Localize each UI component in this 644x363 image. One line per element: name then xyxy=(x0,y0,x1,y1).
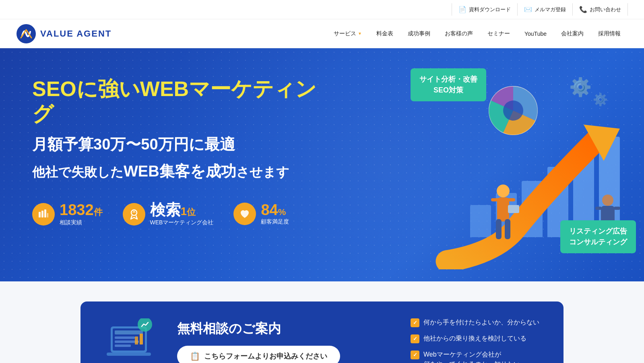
nav-item-pricing[interactable]: 料金表 xyxy=(369,30,400,37)
chevron-down-icon: ▼ xyxy=(358,31,362,36)
svg-rect-30 xyxy=(107,353,151,356)
hero-title-3-bold: WEB集客を成功 xyxy=(124,163,236,180)
check-label-2: 他社からの乗り換えを検討している xyxy=(423,334,526,343)
svg-point-9 xyxy=(497,185,510,197)
main-nav: サービス ▼ 料金表 成功事例 お客様の声 セミナー YouTube 会社案内 … xyxy=(326,30,628,37)
seo-badge: サイト分析・改善 SEO対策 xyxy=(411,68,486,101)
stat-label-ranking: WEBマーケティング会社 xyxy=(150,219,214,226)
listing-badge: リスティング広告 コンサルティング xyxy=(560,220,636,253)
nav-item-youtube[interactable]: YouTube xyxy=(517,31,554,37)
svg-rect-3 xyxy=(44,209,46,217)
svg-rect-4 xyxy=(47,213,48,217)
svg-rect-27 xyxy=(115,345,131,347)
consultation-checklist: ✓ 何から手を付けたらよいか、分からない ✓ 他社からの乗り換えを検討している … xyxy=(411,318,539,363)
contact-link[interactable]: 📞 お問い合わせ xyxy=(573,3,628,16)
stat-satisfaction: 84% 顧客満足度 xyxy=(233,202,289,226)
stat-icon-consultations xyxy=(32,203,55,226)
consultation-main: 無料相談のご案内 📋 こちらフォームよりお申込みください xyxy=(177,320,390,363)
stat-unit-consultations: 件 xyxy=(94,207,103,217)
svg-rect-14 xyxy=(505,219,510,239)
nav-item-seminar[interactable]: セミナー xyxy=(480,30,517,37)
logo[interactable]: VALUE AGENT xyxy=(16,24,111,44)
nav-item-recruit[interactable]: 採用情報 xyxy=(591,30,628,37)
stat-label-satisfaction: 顧客満足度 xyxy=(261,218,289,226)
consultation-illustration xyxy=(105,318,157,363)
stat-rank-number: 1 xyxy=(181,205,187,217)
check-label-1: 何から手を付けたらよいか、分からない xyxy=(423,318,539,327)
contact-icon: 📞 xyxy=(579,6,587,13)
stat-unit-ranking: 位 xyxy=(187,207,196,217)
svg-rect-18 xyxy=(595,207,602,210)
hero-illustration: サイト分析・改善 SEO対策 ⚙️ ⚙️ xyxy=(370,60,644,269)
checkbox-2: ✓ xyxy=(411,334,419,343)
check-item-1: ✓ 何から手を付けたらよいか、分からない xyxy=(411,318,539,327)
svg-rect-2 xyxy=(41,211,43,217)
stat-text-consultations: 1832件 相談実績 xyxy=(60,202,103,226)
download-label: 資料ダウンロード xyxy=(469,6,511,13)
hero-section: SEOに強いWEBマーケティング 月額予算30万〜50万円に最適 他社で失敗した… xyxy=(0,48,644,281)
hero-stats: 1832件 相談実績 検索1位 WEBマーケティング会社 xyxy=(32,202,334,226)
nav-item-voices[interactable]: お客様の声 xyxy=(438,30,480,37)
logo-icon xyxy=(16,24,36,44)
stat-ranking: 検索1位 WEBマーケティング会社 xyxy=(123,202,214,226)
stat-unit-satisfaction: % xyxy=(278,207,286,217)
download-link[interactable]: 📄 資料ダウンロード xyxy=(452,3,518,16)
svg-rect-15 xyxy=(508,205,519,213)
svg-rect-1 xyxy=(39,212,41,217)
nav-item-cases[interactable]: 成功事例 xyxy=(400,30,438,37)
stat-icon-ranking xyxy=(123,203,145,226)
nav-item-about[interactable]: 会社案内 xyxy=(554,30,591,37)
contact-label: お問い合わせ xyxy=(590,6,621,13)
svg-rect-25 xyxy=(115,336,135,339)
consultation-button[interactable]: 📋 こちらフォームよりお申込みください xyxy=(177,346,340,363)
bottom-section: 無料相談のご案内 📋 こちらフォームよりお申込みください ✓ 何から手を付けたら… xyxy=(0,281,644,363)
stat-text-ranking: 検索1位 WEBマーケティング会社 xyxy=(150,202,214,226)
svg-rect-13 xyxy=(496,219,502,239)
svg-point-16 xyxy=(602,195,613,206)
checkbox-1: ✓ xyxy=(411,318,419,327)
logo-text: VALUE AGENT xyxy=(40,29,111,39)
hero-title-3-suffix: させます xyxy=(236,165,289,179)
newsletter-icon: ✉️ xyxy=(524,6,532,13)
form-icon: 📋 xyxy=(190,351,200,361)
stat-number-consultations: 1832 xyxy=(60,201,94,218)
svg-rect-12 xyxy=(507,198,515,201)
svg-rect-19 xyxy=(614,207,620,210)
stat-icon-satisfaction xyxy=(233,203,256,225)
hero-title-2: 月額予算30万〜50万円に最適 xyxy=(32,135,334,154)
svg-rect-28 xyxy=(135,336,138,345)
gear-icon-small: ⚙️ xyxy=(593,92,608,107)
stat-text-satisfaction: 84% 顧客満足度 xyxy=(261,202,289,226)
consultation-box: 無料相談のご案内 📋 こちらフォームよりお申込みください ✓ 何から手を付けたら… xyxy=(80,301,564,363)
figure-woman xyxy=(487,183,519,247)
newsletter-link[interactable]: ✉️ メルマガ登録 xyxy=(518,3,573,16)
stat-number-ranking: 検索 xyxy=(150,201,181,218)
nav-item-service[interactable]: サービス ▼ xyxy=(326,30,369,37)
newsletter-label: メルマガ登録 xyxy=(535,6,566,13)
stat-consultations: 1832件 相談実績 xyxy=(32,202,103,226)
check-item-2: ✓ 他社からの乗り換えを検討している xyxy=(411,334,539,343)
hero-title-3-prefix: 他社で失敗した xyxy=(32,165,124,179)
gear-icon-large: ⚙️ xyxy=(569,76,592,98)
checkbox-3: ✓ xyxy=(411,351,419,359)
check-label-3: Webマーケティング会社が 何をやってくれるのか、知りたい xyxy=(423,350,520,363)
check-item-3: ✓ Webマーケティング会社が 何をやってくれるのか、知りたい xyxy=(411,350,539,363)
stat-label-consultations: 相談実績 xyxy=(60,219,103,226)
hero-content: SEOに強いWEBマーケティング 月額予算30万〜50万円に最適 他社で失敗した… xyxy=(32,76,334,226)
consultation-button-label: こちらフォームよりお申込みください xyxy=(204,351,327,361)
svg-rect-10 xyxy=(497,197,509,221)
svg-rect-24 xyxy=(115,330,143,334)
svg-rect-29 xyxy=(140,334,143,345)
svg-rect-11 xyxy=(491,198,499,201)
download-icon: 📄 xyxy=(458,6,466,13)
hero-title-3: 他社で失敗したWEB集客を成功させます xyxy=(32,161,334,182)
consultation-title: 無料相談のご案内 xyxy=(177,320,390,338)
stat-number-satisfaction: 84 xyxy=(261,201,278,218)
hero-title-1: SEOに強いWEBマーケティング xyxy=(32,76,334,127)
